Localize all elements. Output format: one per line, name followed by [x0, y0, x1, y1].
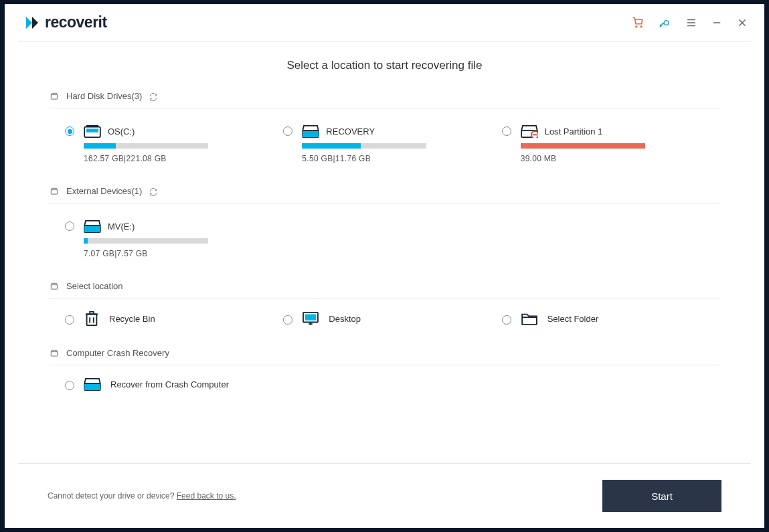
- lost-partition-icon: [521, 124, 538, 138]
- location-name: Recycle Bin: [109, 314, 155, 324]
- section-title: Select location: [66, 281, 123, 291]
- cart-icon[interactable]: [632, 16, 645, 29]
- recycle-bin-icon: [84, 311, 100, 327]
- section-hard-disk-drives: Hard Disk Drives(3): [49, 91, 720, 108]
- drive-icon: [84, 219, 101, 233]
- drive-mv-e[interactable]: MV(E:) 7.07 GB|7.57 GB: [65, 219, 283, 258]
- hdd-list: OS(C:) 162.57 GB|221.08 GB RECOVERY 5.50…: [49, 108, 720, 177]
- section-title: Computer Crash Recovery: [66, 348, 169, 358]
- drive-size: 39.00 MB: [521, 154, 645, 163]
- desktop-icon: [302, 311, 319, 326]
- location-name: Desktop: [329, 314, 361, 324]
- usage-bar: [84, 238, 208, 244]
- drive-recovery[interactable]: RECOVERY 5.50 GB|11.76 GB: [283, 124, 501, 163]
- ext-list: MV(E:) 7.07 GB|7.57 GB: [49, 203, 720, 272]
- system-drive-icon: [84, 124, 101, 138]
- crash-recover-option[interactable]: Recover from Crash Computer: [65, 377, 283, 391]
- drive-name: Lost Partition 1: [545, 126, 603, 137]
- divider: [18, 41, 751, 41]
- drive-name: RECOVERY: [326, 126, 375, 137]
- key-icon[interactable]: [659, 16, 672, 29]
- drive-lost-partition[interactable]: Lost Partition 1 39.00 MB: [502, 124, 720, 163]
- app-window: recoverit Select a location to start rec…: [5, 4, 764, 528]
- drive-icon: [84, 377, 101, 391]
- crash-list: Recover from Crash Computer: [49, 365, 720, 403]
- content-area: Hard Disk Drives(3) OS(C:) 162.57 GB|221…: [5, 82, 764, 463]
- folder-icon: [521, 312, 538, 325]
- drive-size: 7.07 GB|7.57 GB: [84, 249, 208, 258]
- radio-desktop[interactable]: [283, 315, 292, 325]
- section-crash-recovery: Computer Crash Recovery: [49, 348, 720, 365]
- radio-crash-recover[interactable]: [65, 381, 74, 390]
- drive-name: MV(E:): [108, 221, 135, 232]
- start-button[interactable]: Start: [602, 480, 721, 512]
- crash-recover-label: Recover from Crash Computer: [110, 379, 229, 389]
- drive-size: 162.57 GB|221.08 GB: [84, 154, 208, 163]
- refresh-icon[interactable]: [149, 92, 158, 101]
- app-name: recoverit: [45, 13, 107, 31]
- refresh-icon[interactable]: [149, 187, 158, 196]
- radio-os-c[interactable]: [65, 126, 74, 136]
- radio-recycle-bin[interactable]: [65, 315, 74, 325]
- drive-section-icon: [49, 349, 60, 358]
- close-icon[interactable]: [736, 17, 748, 29]
- drive-icon: [302, 124, 319, 138]
- usage-bar: [302, 143, 426, 149]
- location-select-folder[interactable]: Select Folder: [502, 311, 720, 327]
- drive-section-icon: [49, 187, 60, 196]
- footer: Cannot detect your drive or device? Feed…: [18, 463, 751, 528]
- drive-name: OS(C:): [108, 126, 135, 137]
- feedback-link[interactable]: Feed back to us.: [177, 491, 236, 501]
- radio-mv-e[interactable]: [65, 221, 74, 231]
- drive-section-icon: [49, 282, 60, 291]
- drive-size: 5.50 GB|11.76 GB: [302, 154, 426, 163]
- app-logo: recoverit: [23, 13, 107, 31]
- minimize-icon[interactable]: [711, 17, 723, 29]
- location-name: Select Folder: [547, 314, 599, 324]
- titlebar: recoverit: [5, 4, 764, 41]
- usage-bar: [521, 143, 645, 149]
- drive-os-c[interactable]: OS(C:) 162.57 GB|221.08 GB: [65, 124, 283, 163]
- usage-bar: [84, 143, 208, 149]
- radio-recovery[interactable]: [283, 126, 292, 136]
- radio-select-folder[interactable]: [502, 315, 511, 325]
- section-title: Hard Disk Drives(3): [66, 91, 142, 101]
- menu-icon[interactable]: [685, 17, 697, 29]
- location-desktop[interactable]: Desktop: [283, 311, 501, 327]
- section-title: External Devices(1): [66, 186, 142, 196]
- footer-text: Cannot detect your drive or device? Feed…: [48, 491, 236, 501]
- drive-section-icon: [49, 92, 60, 101]
- location-recycle-bin[interactable]: Recycle Bin: [65, 311, 283, 327]
- logo-icon: [23, 14, 41, 31]
- location-list: Recycle Bin Desktop Select Folder: [49, 298, 720, 339]
- radio-lost-partition[interactable]: [502, 126, 511, 136]
- page-title: Select a location to start recovering fi…: [5, 59, 764, 72]
- titlebar-actions: [632, 16, 748, 29]
- section-external-devices: External Devices(1): [49, 186, 720, 203]
- section-select-location: Select location: [49, 281, 720, 298]
